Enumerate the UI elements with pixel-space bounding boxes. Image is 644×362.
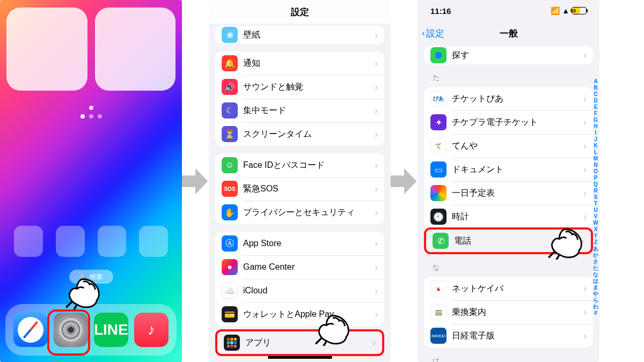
index-letter[interactable]: ら [593,297,598,304]
index-letter[interactable]: D [594,98,597,104]
chevron-left-icon: ‹ [422,28,425,39]
dock-safari[interactable] [13,313,48,347]
index-letter[interactable]: わ [593,304,598,310]
page-indicator[interactable] [0,114,182,119]
chevron-right-icon: › [375,58,378,69]
chevron-right-icon: › [583,141,587,152]
wifi-icon: ▲ [562,6,569,15]
index-letter[interactable]: N [594,162,597,168]
row-appstore[interactable]: ⒶApp Store› [215,232,384,255]
index-letter[interactable]: た [593,265,598,271]
index-letter[interactable]: B [594,85,597,91]
norikae-icon: 🚃 [430,304,447,320]
row-wallpaper[interactable]: ❀ 壁紙 › [215,26,384,44]
row-gamecenter[interactable]: ●Game Center› [215,255,384,279]
index-letter[interactable]: W [593,220,598,226]
chevron-right-icon: › [583,307,587,318]
index-letter[interactable]: J [594,136,597,143]
dock: LINE ♪ [5,304,177,356]
home-indicator[interactable] [268,356,332,359]
app-icon[interactable] [139,226,168,257]
back-button[interactable]: ‹設定 [422,27,444,40]
chevron-right-icon: › [375,82,378,93]
index-letter[interactable]: T [594,201,597,207]
index-letter[interactable]: ま [593,284,598,291]
row-screentime[interactable]: ⏳スクリーンタイム› [215,122,384,146]
moon-icon: ☾ [222,102,238,119]
index-letter[interactable]: や [593,291,598,297]
index-letter[interactable]: S [594,194,598,201]
pointer-hand-icon [547,225,584,260]
row-apps[interactable]: アプリ › [217,331,382,354]
index-letter[interactable]: F [594,110,597,117]
row-sound[interactable]: 🔊サウンドと触覚› [215,75,384,99]
row-findmy[interactable]: 探す› [424,46,593,64]
row-wallet[interactable]: 💳ウォレットとApple Pay› [215,302,384,326]
index-letter[interactable]: は [593,278,598,284]
appstore-icon: Ⓐ [222,235,238,252]
index-letter[interactable]: E [594,104,598,110]
row-faceid[interactable]: ☺Face IDとパスコード› [215,153,384,177]
apps-grid-icon [224,335,240,351]
chevron-right-icon: › [375,262,378,273]
index-letter[interactable]: C [594,91,597,98]
dayplan-icon [430,185,447,201]
cloud-icon: ☁️ [222,283,238,299]
arrow-icon [182,165,209,197]
index-letter[interactable]: V [594,213,598,220]
row-document[interactable]: ▭ドキュメント› [424,158,593,181]
alpha-index[interactable]: ABCDEFGHIJKLMNOPQRSTUVWXYZあかさたなはまやらわ# [593,78,598,316]
app-icon[interactable] [14,226,43,257]
dock-line[interactable]: LINE [94,313,128,347]
index-letter[interactable]: G [594,117,598,123]
clock-icon: 🕘 [430,209,447,225]
row-notifications[interactable]: 🔔通知› [215,51,384,75]
index-letter[interactable]: I [595,130,597,136]
row-dayplan[interactable]: 一日予定表› [424,181,593,205]
index-letter[interactable]: あ [593,246,598,252]
wallet-icon: 💳 [222,306,238,322]
nikkei-icon: NIKKEI [430,328,447,344]
index-letter[interactable]: Y [594,233,598,239]
arrow-icon [391,165,418,197]
widget-clock[interactable] [6,8,87,91]
row-tikepura[interactable]: ✦チケプラ電子チケット› [424,110,593,134]
row-icloud[interactable]: ☁️iCloud› [215,279,384,302]
chevron-right-icon: › [583,188,587,199]
index-letter[interactable]: Z [594,239,597,246]
index-letter[interactable]: P [594,175,598,181]
app-icon[interactable] [98,226,127,257]
index-letter[interactable]: M [594,156,598,162]
pointer-hand-icon [64,275,102,309]
index-letter[interactable]: # [594,310,597,316]
index-letter[interactable]: O [594,168,598,175]
phone-icon: ✆ [433,233,449,249]
row-nikkei[interactable]: NIKKEI日経電子版› [424,324,593,348]
row-norikae[interactable]: 🚃乗換案内› [424,300,593,324]
index-letter[interactable]: さ [593,258,598,265]
row-focus[interactable]: ☾集中モード› [215,99,384,122]
row-ticketpia[interactable]: ぴあチケットぴあ› [424,87,593,110]
index-letter[interactable]: か [593,252,598,258]
row-netkeiba[interactable]: ▲ネットケイバ› [424,277,593,300]
index-letter[interactable]: K [594,143,597,149]
index-letter[interactable]: A [594,78,597,85]
document-icon: ▭ [430,161,447,178]
tikepura-icon: ✦ [430,114,447,130]
row-tenya[interactable]: ててんや› [424,134,593,158]
index-letter[interactable]: R [594,188,597,194]
index-letter[interactable]: Q [594,181,598,188]
widget-calendar[interactable] [95,8,176,91]
battery-icon: 53⚡ [572,7,587,14]
index-letter[interactable]: U [594,207,597,213]
row-privacy[interactable]: ✋プライバシーとセキュリティ› [215,201,384,224]
app-icon[interactable] [56,226,85,257]
index-letter[interactable]: L [594,149,597,156]
index-letter[interactable]: な [593,271,598,278]
index-letter[interactable]: H [594,123,597,130]
row-sos[interactable]: SOS緊急SOS› [215,177,384,201]
section-header-ha: は [433,356,599,362]
navbar: ‹設定 一般 [418,21,599,45]
dock-music[interactable]: ♪ [134,313,169,347]
index-letter[interactable]: X [594,226,598,233]
